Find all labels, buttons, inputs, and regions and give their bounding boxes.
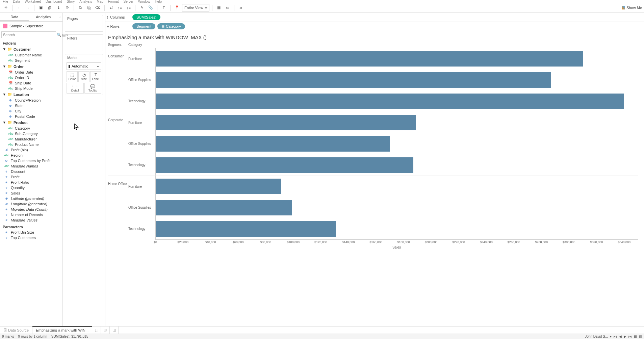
fit-selector[interactable]: Entire View: [182, 4, 209, 11]
field-measure-values[interactable]: #Measure Values: [0, 217, 62, 223]
pill-category[interactable]: ⊞Category: [157, 23, 185, 29]
folder-location[interactable]: ▾📁Location: [0, 91, 62, 98]
field-profit-bin-[interactable]: .ılProfit (bin): [0, 147, 62, 153]
folder-product[interactable]: ▾📁Product: [0, 119, 62, 126]
columns-shelf[interactable]: ⫿Columns SUM(Sales): [105, 13, 644, 22]
new-story-tab-icon[interactable]: ◫: [110, 327, 119, 334]
collapse-pane-icon[interactable]: ‹: [58, 13, 62, 21]
show-me-button[interactable]: Show Me: [622, 6, 642, 10]
new-worksheet-icon[interactable]: ⧉: [77, 4, 84, 11]
field-state[interactable]: ⊕State: [0, 103, 62, 108]
pill-segment[interactable]: Segment: [132, 23, 155, 29]
marks-tooltip-button[interactable]: 💬Tooltip: [84, 83, 102, 94]
param-top-customers[interactable]: #Top Customers: [0, 235, 62, 240]
field-order-id[interactable]: AbcOrder ID: [0, 75, 62, 80]
forward-icon[interactable]: →: [24, 4, 31, 11]
bar[interactable]: [156, 157, 413, 173]
nav-first-icon[interactable]: ⏮: [614, 335, 617, 338]
field-quantity[interactable]: #Quantity: [0, 185, 62, 190]
search-input[interactable]: [1, 31, 56, 38]
status-user[interactable]: John David S...: [585, 335, 608, 338]
new-dashboard-tab-icon[interactable]: ⊞: [101, 327, 110, 334]
bar[interactable]: [156, 72, 551, 88]
worksheet-title[interactable]: Emphasizing a mark with WINDOW_MAX (): [105, 31, 644, 43]
field-ship-date[interactable]: 📅Ship Date: [0, 80, 62, 86]
folder-order[interactable]: ▾📁Order: [0, 63, 62, 70]
field-profit[interactable]: #Profit: [0, 174, 62, 180]
bar[interactable]: [156, 115, 416, 130]
field-region[interactable]: AbcRegion: [0, 153, 62, 158]
bar[interactable]: [156, 200, 292, 215]
nav-next-icon[interactable]: ▶: [624, 335, 626, 338]
marks-type-selector[interactable]: ▮ Automatic: [67, 62, 101, 70]
presentation-icon[interactable]: ▭: [224, 4, 231, 11]
swap-icon[interactable]: ⇄: [107, 4, 115, 11]
field-city[interactable]: ⊕City: [0, 108, 62, 114]
marks-color-button[interactable]: ⬚Color: [67, 71, 78, 82]
num-type-icon: #: [4, 170, 9, 173]
field-category[interactable]: AbcCategory: [0, 126, 62, 131]
marks-label-button[interactable]: TLabel: [90, 71, 101, 82]
logo-icon[interactable]: ✳: [2, 4, 9, 11]
folder-customer[interactable]: ▾📁Customer: [0, 46, 62, 52]
field-product-name[interactable]: AbcProduct Name: [0, 142, 62, 147]
field-latitude-generated-[interactable]: ⊕Latitude (generated): [0, 196, 62, 201]
field-longitude-generated-[interactable]: ⊕Longitude (generated): [0, 201, 62, 207]
field-order-date[interactable]: 📅Order Date: [0, 70, 62, 75]
worksheet-tab[interactable]: Emphasizing a mark with WIN...: [32, 326, 92, 334]
field-sub-category[interactable]: AbcSub-Category: [0, 131, 62, 136]
datasource-row[interactable]: Sample - Superstore: [0, 22, 62, 30]
back-icon[interactable]: ←: [15, 4, 23, 11]
field-migrated-data-count-[interactable]: #Migrated Data (Count): [0, 207, 62, 212]
marks-size-button[interactable]: ◔Size: [78, 71, 89, 82]
field-sales[interactable]: #Sales: [0, 190, 62, 196]
bar[interactable]: [156, 221, 336, 237]
bar[interactable]: [156, 179, 281, 194]
clear-icon[interactable]: ⌫: [94, 4, 102, 11]
autosave-icon[interactable]: ⤓: [55, 4, 62, 11]
view-cards-icon[interactable]: ▦: [634, 335, 637, 338]
show-cards-icon[interactable]: ▦: [215, 4, 223, 11]
pin-icon[interactable]: 📍: [173, 4, 181, 11]
nav-prev-icon[interactable]: ◀: [619, 335, 622, 338]
field-discount[interactable]: #Discount: [0, 169, 62, 174]
field-customer-name[interactable]: AbcCustomer Name: [0, 52, 62, 58]
new-datasource-icon[interactable]: 🗐: [46, 4, 53, 11]
nav-last-icon[interactable]: ⏭: [628, 335, 632, 338]
user-dropdown-icon[interactable]: ▾: [610, 335, 612, 338]
field-postal-code[interactable]: ⊕Postal Code: [0, 114, 62, 119]
share-icon[interactable]: ∞: [237, 4, 244, 11]
refresh-icon[interactable]: ⟳: [63, 4, 71, 11]
filters-card[interactable]: Filters: [65, 34, 103, 51]
field-profit-ratio[interactable]: #Profit Ratio: [0, 180, 62, 185]
pill-sum-sales[interactable]: SUM(Sales): [132, 14, 160, 20]
field-number-of-records[interactable]: #Number of Records: [0, 212, 62, 217]
field-measure-names[interactable]: AbcMeasure Names: [0, 163, 62, 169]
labels-icon[interactable]: T: [160, 4, 168, 11]
pages-card[interactable]: Pages: [65, 15, 103, 32]
bar[interactable]: [156, 94, 624, 109]
field-country-region[interactable]: ⊕Country/Region: [0, 98, 62, 103]
param-profit-bin-size[interactable]: #Profit Bin Size: [0, 230, 62, 235]
sort-desc-icon[interactable]: ↓≡: [125, 4, 132, 11]
shelf-pane: Pages Filters Marks ▮ Automatic ⬚Color ◔…: [63, 13, 105, 326]
duplicate-icon[interactable]: ⿻: [85, 4, 93, 11]
field-segment[interactable]: AbcSegment: [0, 58, 62, 63]
sort-asc-icon[interactable]: ↑≡: [116, 4, 124, 11]
marks-detail-button[interactable]: ⋮⋮Detail: [67, 83, 84, 94]
rows-shelf[interactable]: ≡Rows Segment ⊞Category: [105, 22, 644, 31]
highlight-icon[interactable]: ✎: [138, 4, 146, 11]
field-top-customers-by-profit[interactable]: ⊙Top Customers by Profit: [0, 158, 62, 163]
bar[interactable]: [156, 136, 390, 152]
new-worksheet-tab-icon[interactable]: ⬚: [92, 327, 101, 334]
field-ship-mode[interactable]: AbcShip Mode: [0, 86, 62, 91]
search-icon[interactable]: 🔍: [57, 32, 61, 38]
datasource-tab[interactable]: 🗄 Data Source: [0, 327, 32, 334]
save-icon[interactable]: ▣: [37, 4, 45, 11]
tab-data[interactable]: Data: [0, 13, 29, 21]
tab-analytics[interactable]: Analytics: [29, 13, 58, 21]
group-icon[interactable]: 📎: [147, 4, 154, 11]
bar[interactable]: [156, 51, 583, 67]
view-list-icon[interactable]: ▤: [639, 335, 642, 338]
field-manufacturer[interactable]: AbcManufacturer: [0, 136, 62, 142]
